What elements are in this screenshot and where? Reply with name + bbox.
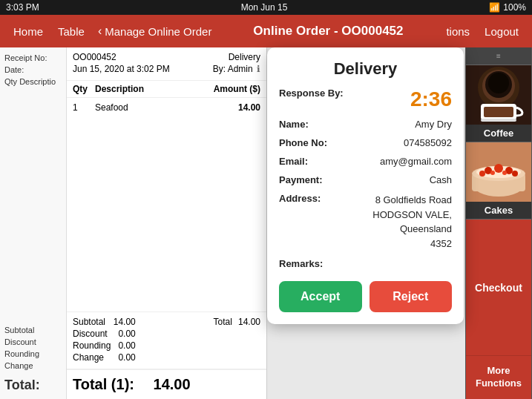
delivery-label: Delivery (229, 52, 260, 62)
total-bar-label: Total (1): (73, 376, 134, 392)
info-icon: ℹ (257, 64, 260, 74)
right-sidebar: ≡ Coffee (465, 47, 532, 399)
col-desc-header: Description (95, 84, 208, 94)
more-functions-btn[interactable]: More Functions (466, 356, 531, 399)
status-time: 3:03 PM (6, 2, 39, 13)
receipt-footer: Subtotal 14.00 Discount 0.00 Rounding 0.… (67, 311, 266, 369)
modal-remarks-row: Remarks: (279, 258, 452, 269)
col-amount-header: Amount ($) (208, 84, 260, 94)
col-qty-header: Qty (73, 84, 95, 94)
rounding-value: 0.00 (118, 340, 135, 351)
sidebar-cakes-card[interactable]: Cakes (466, 142, 531, 220)
discount-label: Discount (73, 329, 108, 339)
accept-button[interactable]: Accept (279, 281, 362, 312)
modal-payment-row: Payment: Cash (279, 174, 452, 185)
cakes-label: Cakes (466, 202, 531, 219)
label-discount: Discount (4, 337, 62, 346)
total-value-right: 14.00 (238, 317, 260, 327)
svg-point-17 (512, 171, 518, 177)
response-by-label: Response By: (279, 88, 346, 99)
payment-label: Payment: (279, 174, 346, 185)
label-total: Total: (4, 377, 62, 393)
receipt-no-value: OO000452 (73, 52, 116, 62)
footer-rounding-row: Rounding 0.00 (73, 340, 136, 351)
name-value: Amy Dry (415, 119, 452, 130)
label-date: Date: (4, 65, 62, 74)
status-bar: 3:03 PM Mon Jun 15 📶 100% (0, 0, 532, 15)
footer-left-totals: Subtotal 14.00 Discount 0.00 Rounding 0.… (73, 317, 136, 364)
home-nav-btn[interactable]: Home (6, 15, 50, 47)
actions-btn[interactable]: tions (439, 15, 477, 47)
svg-rect-7 (481, 119, 516, 122)
svg-point-18 (490, 171, 495, 175)
footer-subtotal-row: Subtotal 14.00 (73, 317, 136, 327)
address-label: Address: (279, 193, 346, 204)
label-totals: Subtotal Discount Rounding Change (4, 326, 62, 373)
address-line1: 8 Goldfields Road (346, 193, 452, 208)
coffee-image (466, 65, 531, 125)
coffee-label: Coffee (466, 125, 531, 142)
email-label: Email: (279, 156, 346, 167)
phone-value: 074585092 (404, 137, 452, 148)
footer-right-total: Total 14.00 (214, 317, 260, 327)
rounding-label: Rounding (73, 340, 111, 351)
label-subtotal: Subtotal (4, 326, 62, 334)
total-label-right: Total (214, 317, 232, 327)
label-rounding: Rounding (4, 349, 62, 358)
item-desc: Seafood (95, 102, 208, 113)
table-row: 1 Seafood 14.00 (73, 101, 260, 114)
name-label: Name: (279, 119, 346, 130)
payment-value: Cash (430, 174, 452, 185)
receipt-total-bar: Total (1): 14.00 (67, 369, 266, 399)
modal-response-row: Response By: 2:36 (279, 88, 452, 111)
checkout-btn[interactable]: Checkout (466, 220, 531, 356)
footer-change-row: Change 0.00 (73, 352, 136, 363)
address-line2: HODGSON VALE, Queensland (346, 208, 452, 237)
cakes-image (466, 142, 531, 202)
phone-label: Phone No: (279, 137, 346, 148)
chevron-left-icon: ‹ (98, 24, 102, 38)
back-btn[interactable]: ‹ Manage Online Order (92, 15, 218, 47)
table-nav-btn[interactable]: Table (50, 15, 92, 47)
modal-address-row: Address: 8 Goldfields Road HODGSON VALE,… (279, 193, 452, 251)
status-right: 📶 100% (489, 2, 526, 13)
address-line3: 4352 (346, 237, 452, 251)
svg-rect-6 (484, 107, 513, 117)
receipt-columns: Qty Description Amount ($) (67, 81, 266, 98)
subtotal-value: 14.00 (114, 317, 136, 327)
receipt-by: By: Admin ℹ (213, 64, 260, 74)
label-qty-desc: Qty Descriptio (4, 77, 62, 86)
label-change: Change (4, 361, 62, 370)
remarks-label: Remarks: (279, 258, 346, 269)
subtotal-label: Subtotal (73, 317, 105, 327)
label-receipt-no: Receipt No: (4, 53, 62, 62)
wifi-icon: 📶 (489, 2, 500, 13)
svg-point-4 (488, 73, 509, 93)
svg-point-14 (494, 164, 503, 173)
reject-button[interactable]: Reject (370, 281, 453, 312)
modal-buttons: Accept Reject (279, 281, 452, 312)
sidebar-menu-icon[interactable]: ≡ (466, 47, 531, 65)
svg-point-16 (479, 171, 485, 177)
logout-btn[interactable]: Logout (477, 15, 526, 47)
discount-value: 0.00 (118, 329, 135, 339)
coffee-svg (466, 65, 531, 125)
delivery-modal: Delivery Response By: 2:36 Name: Amy Dry… (267, 47, 464, 324)
left-labels-panel: Receipt No: Date: Qty Descriptio Subtota… (0, 47, 67, 399)
sidebar-coffee-card[interactable]: Coffee (466, 65, 531, 142)
receipt-header: OO000452 Delivery Jun 15, 2020 at 3:02 P… (67, 47, 266, 81)
status-day: Mon Jun 15 (241, 2, 288, 13)
modal-name-row: Name: Amy Dry (279, 119, 452, 130)
receipt-items: 1 Seafood 14.00 (67, 98, 266, 311)
receipt-area: OO000452 Delivery Jun 15, 2020 at 3:02 P… (67, 47, 267, 399)
footer-discount-row: Discount 0.00 (73, 329, 136, 339)
total-bar-amount: 14.00 (154, 376, 191, 392)
nav-right-actions: tions Logout (439, 15, 526, 47)
top-nav: Home Table ‹ Manage Online Order Online … (0, 15, 532, 47)
response-timer: 2:36 (410, 88, 452, 111)
email-value: amy@gmail.com (380, 156, 452, 167)
change-value: 0.00 (118, 352, 135, 363)
page-title: Online Order - OO000452 (217, 24, 439, 39)
modal-title: Delivery (279, 59, 452, 79)
battery-text: 100% (503, 2, 526, 13)
